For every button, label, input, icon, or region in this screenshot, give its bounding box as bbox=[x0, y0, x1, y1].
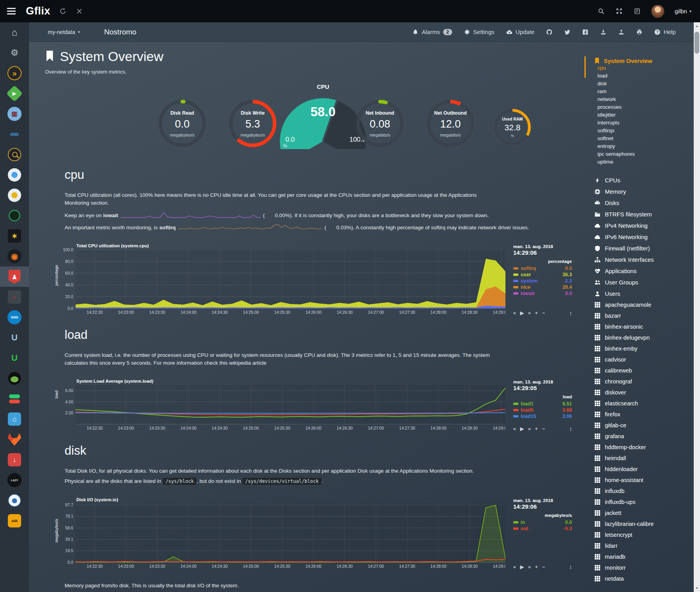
print-nav-item[interactable] bbox=[636, 29, 642, 35]
sidebar-tab-app-dish[interactable] bbox=[0, 368, 29, 389]
menu-item-interrupts[interactable]: interrupts bbox=[597, 119, 694, 127]
sidebar-tab-lazylibrarian[interactable]: LAZY bbox=[0, 470, 29, 490]
avatar[interactable] bbox=[651, 5, 664, 18]
scrollbar[interactable]: ▲ ▼ bbox=[694, 22, 700, 592]
chart-control[interactable]: + bbox=[535, 310, 538, 316]
sidebar-tab-plex[interactable]: » bbox=[0, 63, 29, 83]
menu-app-diskover[interactable]: diskover bbox=[594, 387, 694, 398]
chart-control[interactable]: − bbox=[542, 426, 545, 432]
download-nav-item[interactable] bbox=[600, 29, 606, 35]
menu-app-home-assistant[interactable]: home-assistant bbox=[594, 475, 694, 486]
menu-app-mariadb[interactable]: mariadb bbox=[594, 551, 694, 562]
sidebar-tab-gitlab[interactable] bbox=[0, 429, 29, 450]
menu-app-hiddenloader[interactable]: hiddenloader bbox=[594, 464, 694, 475]
sidebar-tab-home[interactable]: ⌂ bbox=[0, 22, 29, 43]
chart-plot-load[interactable]: System Load Average (system.load) 14:22:… bbox=[76, 385, 505, 434]
chart-control[interactable]: » bbox=[528, 310, 531, 316]
legend-load1[interactable]: load1 6.51 bbox=[513, 401, 572, 407]
sidebar-tab-app-download[interactable]: ↓ bbox=[0, 450, 29, 470]
legend-load15[interactable]: load15 2.06 bbox=[513, 413, 572, 419]
menu-app-influxdb[interactable]: influxdb bbox=[594, 486, 694, 497]
facebook-nav-item[interactable] bbox=[582, 29, 588, 35]
search-icon[interactable] bbox=[597, 7, 605, 15]
menu-section-users[interactable]: Users bbox=[594, 288, 694, 299]
chart-plot-cpu[interactable]: Total CPU utilization (system.cpu) 14:22… bbox=[76, 250, 505, 318]
sidebar-tab-monitorr[interactable] bbox=[0, 389, 29, 409]
legend-out[interactable]: out -5.3 bbox=[513, 525, 572, 532]
menu-item-idlejitter[interactable]: idlejitter bbox=[597, 111, 694, 119]
news-icon[interactable] bbox=[633, 7, 641, 15]
sidebar-tab-airsonic[interactable]: ıllıllı bbox=[0, 124, 29, 144]
github-nav-item[interactable] bbox=[546, 29, 552, 35]
server-dropdown[interactable]: my-netdata▾ bbox=[48, 29, 80, 35]
menu-item-network[interactable]: network bbox=[597, 95, 694, 103]
refresh-icon[interactable] bbox=[59, 7, 67, 15]
menu-app-firefox[interactable]: firefox bbox=[594, 409, 694, 420]
menu-app-elasticsearch[interactable]: elasticsearch bbox=[594, 398, 694, 409]
sidebar-tab-app-x-yellow[interactable] bbox=[0, 185, 29, 205]
sidebar-tab-app-drop[interactable]: ⬤ bbox=[0, 490, 29, 511]
sidebar-tab-sabnzbd[interactable]: sab bbox=[0, 511, 29, 531]
chart-control[interactable]: ▶ bbox=[520, 426, 524, 432]
update-nav-item[interactable]: Update bbox=[506, 29, 534, 35]
chart-plot-disk[interactable]: Disk I/O (system.io) 14:22:3014:23:0014:… bbox=[76, 504, 505, 572]
menu-app-cadvisor[interactable]: cadvisor bbox=[594, 354, 694, 365]
chart-control[interactable]: ▶ bbox=[520, 564, 524, 570]
chart-control[interactable]: − bbox=[542, 564, 545, 570]
menu-app-jackett[interactable]: jackett bbox=[594, 507, 694, 518]
menu-app-binhex-emby[interactable]: binhex-emby bbox=[594, 343, 694, 354]
sidebar-tab-home-assistant[interactable]: ⌂ bbox=[0, 409, 29, 429]
menu-app-hddtemp-docker[interactable]: hddtemp-docker bbox=[594, 442, 694, 453]
settings-nav-item[interactable]: Settings bbox=[464, 29, 494, 35]
menu-item-load[interactable]: load bbox=[597, 72, 694, 80]
legend-load5[interactable]: load5 2.68 bbox=[513, 407, 572, 413]
sidebar-tab-app-magnet[interactable]: U bbox=[0, 348, 29, 368]
menu-app-apacheguacamole[interactable]: apacheguacamole bbox=[594, 299, 694, 310]
chart-control[interactable]: « bbox=[513, 310, 516, 316]
menu-app-bazarr[interactable]: bazarr bbox=[594, 310, 694, 321]
menu-section-applications[interactable]: Applications bbox=[594, 265, 694, 277]
sidebar-tab-app-cubes[interactable]: ▪▪ bbox=[0, 287, 29, 307]
fullscreen-icon[interactable] bbox=[615, 7, 623, 15]
chart-control[interactable]: ▶ bbox=[520, 310, 524, 316]
sidebar-tab-jackett[interactable] bbox=[0, 144, 29, 165]
sidebar-tab-unifi[interactable]: U bbox=[0, 327, 29, 348]
sidebar-tab-netdata[interactable]: ♟ bbox=[0, 266, 29, 287]
chart-control[interactable]: + bbox=[535, 564, 538, 570]
menu-item-entropy[interactable]: entropy bbox=[597, 142, 694, 150]
chart-control[interactable]: « bbox=[513, 564, 516, 570]
twitter-nav-item[interactable] bbox=[564, 29, 570, 35]
gauge-used-ram[interactable]: Used RAM32.8% bbox=[491, 105, 534, 149]
legend-user[interactable]: user 35.3 bbox=[513, 272, 572, 278]
chart-control[interactable]: « bbox=[513, 426, 516, 432]
upload-nav-item[interactable] bbox=[618, 29, 624, 35]
menu-section-network-interfaces[interactable]: Network Interfaces bbox=[594, 254, 694, 265]
menu-item-softnet[interactable]: softnet bbox=[597, 135, 694, 142]
menu-section-memory[interactable]: Memory bbox=[594, 186, 694, 197]
sidebar-tab-grafana[interactable]: ◉ bbox=[0, 246, 29, 266]
chart-resize-handle[interactable]: ↕ bbox=[569, 426, 572, 432]
close-tab-icon[interactable] bbox=[76, 7, 83, 15]
gauge-disk-read[interactable]: Disk Read0.0megabytes/s bbox=[154, 95, 211, 152]
menu-item-processes[interactable]: processes bbox=[597, 103, 694, 111]
menu-item-uptime[interactable]: uptime bbox=[597, 158, 694, 166]
scroll-up-arrow[interactable]: ▲ bbox=[694, 24, 700, 28]
menu-section-user-groups[interactable]: User Groups bbox=[594, 277, 694, 288]
chart-control[interactable]: » bbox=[528, 564, 531, 570]
menu-app-lidarr[interactable]: lidarr bbox=[594, 540, 694, 551]
menu-app-netdata[interactable]: netdata bbox=[594, 573, 694, 584]
chart-control[interactable]: + bbox=[535, 426, 538, 432]
menu-app-binhex-airsonic[interactable]: binhex-airsonic bbox=[594, 321, 694, 332]
menu-app-calibreweb[interactable]: calibreweb bbox=[594, 365, 694, 376]
sidebar-tab-settings[interactable]: ⚙ bbox=[0, 43, 29, 63]
alarms-nav-item[interactable]: Alarms2 bbox=[412, 29, 452, 35]
sidebar-tab-nextcloud[interactable]: ooo bbox=[0, 307, 29, 327]
sidebar-tab-app-node-graph[interactable]: ∗ bbox=[0, 226, 29, 246]
menu-item-softirqs[interactable]: softirqs bbox=[597, 127, 694, 135]
menu-app-heimdall[interactable]: heimdall bbox=[594, 453, 694, 464]
legend-system[interactable]: system 2.3 bbox=[513, 278, 572, 284]
chart-control[interactable]: » bbox=[528, 426, 531, 432]
menu-app-chronograf[interactable]: chronograf bbox=[594, 376, 694, 387]
menu-app-binhex-delugevpn[interactable]: binhex-delugevpn bbox=[594, 332, 694, 343]
help-nav-item[interactable]: Help bbox=[654, 29, 676, 35]
